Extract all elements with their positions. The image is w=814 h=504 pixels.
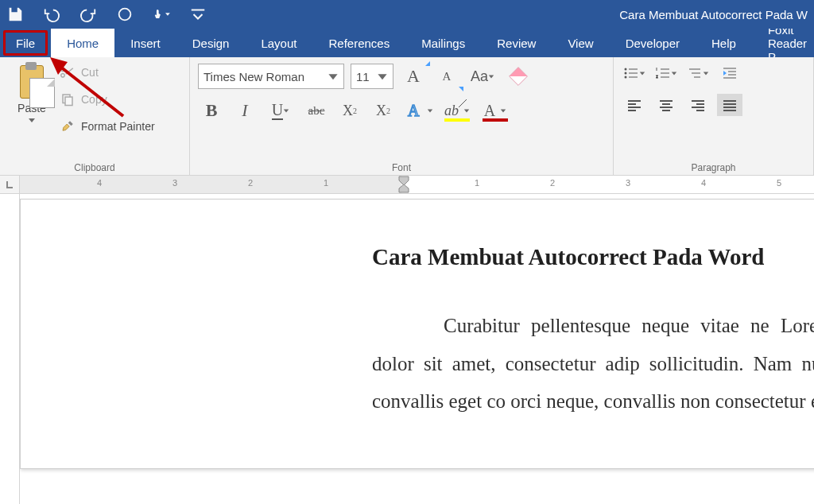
copy-label: Copy bbox=[81, 93, 107, 106]
superscript-button[interactable]: X2 bbox=[370, 99, 397, 122]
svg-rect-2 bbox=[65, 97, 72, 106]
align-left-icon bbox=[626, 98, 642, 112]
paste-icon bbox=[15, 62, 48, 100]
bullets-button[interactable] bbox=[622, 62, 647, 84]
pen-icon bbox=[459, 99, 467, 107]
chevron-down-icon bbox=[500, 107, 506, 114]
ruler-num: 3 bbox=[626, 178, 630, 188]
svg-text:A: A bbox=[408, 102, 420, 119]
bold-button[interactable]: B bbox=[198, 99, 225, 122]
chevron-down-icon bbox=[703, 66, 709, 80]
paste-button[interactable]: Paste bbox=[8, 62, 56, 137]
undo-icon[interactable] bbox=[43, 6, 60, 23]
redo-icon[interactable] bbox=[79, 6, 97, 23]
ruler-num: 4 bbox=[97, 178, 102, 188]
tab-file-label: File bbox=[16, 37, 35, 50]
save-icon[interactable] bbox=[6, 6, 24, 23]
numbering-button[interactable] bbox=[653, 62, 679, 84]
align-center-button[interactable] bbox=[653, 94, 679, 116]
align-justify-button[interactable] bbox=[717, 94, 742, 116]
tab-references[interactable]: References bbox=[312, 29, 405, 57]
brush-icon bbox=[60, 119, 75, 134]
tab-selector[interactable] bbox=[0, 176, 20, 193]
font-name-combo[interactable]: Times New Roman bbox=[198, 64, 344, 89]
font-size-combo[interactable]: 11 bbox=[351, 64, 393, 89]
touch-mode-icon[interactable] bbox=[153, 6, 170, 23]
numbering-icon bbox=[655, 66, 671, 80]
horizontal-ruler[interactable]: 4 3 2 1 1 2 3 4 5 bbox=[20, 176, 814, 193]
format-painter-label: Format Painter bbox=[81, 120, 155, 133]
tab-mailings[interactable]: Mailings bbox=[405, 29, 481, 57]
decrease-indent-button[interactable] bbox=[717, 62, 742, 84]
shrink-font-label: A bbox=[443, 70, 452, 83]
subscript-button[interactable]: X2 bbox=[336, 99, 363, 122]
cut-label: Cut bbox=[81, 66, 99, 79]
chevron-down-icon bbox=[28, 116, 36, 124]
document-area: Cara Membuat Autocorrect Pada Word Curab… bbox=[0, 194, 814, 504]
copy-button[interactable]: Copy bbox=[60, 89, 155, 110]
tab-layout-label: Layout bbox=[261, 37, 297, 50]
ruler-row: 4 3 2 1 1 2 3 4 5 bbox=[0, 176, 814, 194]
tab-file[interactable]: File bbox=[0, 29, 51, 57]
align-center-icon bbox=[658, 98, 674, 112]
strikethrough-button[interactable]: abc bbox=[303, 99, 330, 122]
ribbon: Paste Cut Copy Format Painter Clipboard bbox=[0, 57, 814, 176]
chevron-down-icon bbox=[283, 107, 289, 114]
group-label-paragraph: Paragraph bbox=[622, 161, 805, 173]
underline-button[interactable]: U bbox=[265, 99, 297, 122]
hanging-indent-marker[interactable] bbox=[398, 184, 409, 193]
superscript-label: X bbox=[376, 103, 386, 119]
tab-design[interactable]: Design bbox=[176, 29, 246, 57]
tab-home[interactable]: Home bbox=[51, 29, 114, 57]
page[interactable]: Cara Membuat Autocorrect Pada Word Curab… bbox=[20, 199, 814, 469]
document-body-text: Curabitur pellentesque neque vitae ne Lo… bbox=[372, 315, 814, 412]
tab-home-label: Home bbox=[67, 37, 99, 50]
ruler-num: 4 bbox=[701, 178, 706, 188]
cut-button[interactable]: Cut bbox=[60, 62, 155, 83]
vertical-ruler[interactable] bbox=[0, 194, 20, 504]
tab-view-label: View bbox=[568, 37, 593, 50]
font-color-button[interactable]: A bbox=[479, 99, 511, 122]
document-body: Curabitur pellentesque neque vitae ne Lo… bbox=[372, 307, 814, 421]
subscript-label: X bbox=[343, 103, 353, 119]
grow-font-button[interactable]: A bbox=[400, 64, 427, 88]
copy-icon bbox=[60, 92, 75, 107]
group-paragraph: Paragraph bbox=[614, 57, 814, 175]
align-left-button[interactable] bbox=[622, 94, 647, 116]
tab-references-label: References bbox=[328, 37, 390, 50]
italic-button[interactable]: I bbox=[231, 99, 258, 122]
tab-developer[interactable]: Developer bbox=[610, 29, 696, 57]
ruler-num: 3 bbox=[172, 178, 177, 188]
shrink-font-button[interactable]: A bbox=[433, 64, 460, 88]
align-justify-icon bbox=[722, 98, 738, 112]
tab-layout[interactable]: Layout bbox=[245, 29, 312, 57]
svg-point-0 bbox=[119, 9, 131, 21]
ruler-num: 2 bbox=[248, 178, 253, 188]
group-label-font: Font bbox=[198, 161, 605, 173]
tab-foxit[interactable]: Foxit Reader P bbox=[752, 29, 814, 57]
chevron-down-icon bbox=[671, 66, 677, 80]
clear-formatting-button[interactable] bbox=[505, 64, 532, 88]
document-title: Cara Membuat Autocorrect Pada W bbox=[619, 0, 808, 29]
align-right-button[interactable] bbox=[685, 94, 711, 116]
change-case-label: Aa bbox=[471, 68, 488, 85]
repeat-icon[interactable] bbox=[116, 6, 134, 23]
multilevel-list-button[interactable] bbox=[685, 62, 711, 84]
tab-design-label: Design bbox=[192, 37, 230, 50]
ribbon-tabs: File Home Insert Design Layout Reference… bbox=[0, 29, 814, 57]
tab-review[interactable]: Review bbox=[481, 29, 552, 57]
chevron-down-icon bbox=[463, 107, 470, 114]
align-right-icon bbox=[690, 98, 706, 112]
tab-view[interactable]: View bbox=[552, 29, 609, 57]
highlight-button[interactable]: ab bbox=[441, 99, 473, 122]
svg-point-5 bbox=[625, 72, 627, 75]
customize-qat-icon[interactable] bbox=[189, 6, 207, 23]
tab-help[interactable]: Help bbox=[696, 29, 752, 57]
text-effects-button[interactable]: A bbox=[403, 99, 435, 122]
format-painter-button[interactable]: Format Painter bbox=[60, 116, 155, 137]
change-case-button[interactable]: Aa bbox=[467, 64, 498, 88]
page-viewport[interactable]: Cara Membuat Autocorrect Pada Word Curab… bbox=[20, 194, 814, 504]
tab-insert-label: Insert bbox=[130, 37, 161, 50]
tab-insert[interactable]: Insert bbox=[114, 29, 176, 57]
chevron-down-icon bbox=[427, 107, 433, 114]
